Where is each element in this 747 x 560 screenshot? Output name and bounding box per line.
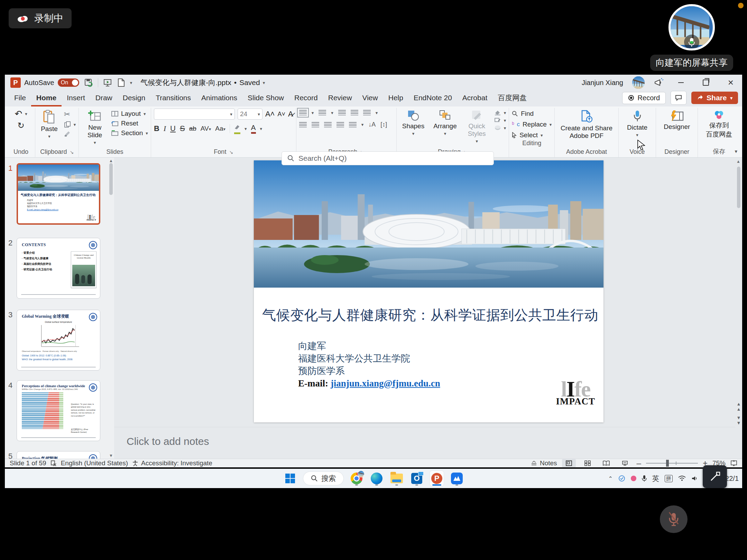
shape-effects-button[interactable]: ▾ [494, 125, 506, 131]
align-text-button[interactable]: [↕] [380, 121, 387, 128]
slideshow-view-button[interactable] [618, 459, 632, 467]
zoom-out-button[interactable]: – [637, 458, 641, 468]
bullets-button[interactable] [299, 110, 307, 115]
document-title[interactable]: 气候变化与人群健康-向.pptx • Saved ▾ [140, 78, 265, 87]
wifi-icon[interactable] [678, 476, 686, 481]
shape-fill-button[interactable]: ▾ [494, 110, 506, 115]
tab-file[interactable]: File [9, 91, 31, 106]
tab-home[interactable]: Home [31, 91, 62, 106]
select-button[interactable]: Select▾ [512, 131, 552, 139]
scrollbar-thumb[interactable] [109, 163, 113, 195]
scrollbar-thumb[interactable] [737, 167, 740, 208]
justify-button[interactable] [336, 122, 344, 128]
accessibility-button[interactable]: Accessibility: Investigate [132, 459, 212, 467]
format-painter-button[interactable] [64, 130, 76, 137]
font-dialog-launcher[interactable]: ↘ [229, 149, 233, 155]
save-icon[interactable] [84, 78, 93, 87]
ime-language-indicator[interactable]: 英 [652, 474, 659, 483]
replace-button[interactable]: ᵇc Replace▾ [512, 121, 552, 128]
tab-baidu-netdisk[interactable]: 百度网盘 [492, 91, 532, 106]
tab-animations[interactable]: Animations [196, 91, 242, 106]
new-file-icon[interactable] [117, 78, 125, 87]
zoom-mute-button[interactable] [660, 505, 688, 533]
notes-toggle-button[interactable]: Notes [531, 459, 557, 467]
user-avatar[interactable] [632, 76, 645, 89]
decrease-indent-button[interactable] [338, 110, 346, 115]
slide-sorter-view-button[interactable] [581, 459, 594, 467]
tab-design[interactable]: Design [118, 91, 150, 106]
reset-button[interactable]: Reset [111, 120, 148, 127]
columns-button[interactable] [349, 122, 357, 128]
font-size-combo[interactable]: 24▾ [238, 109, 262, 120]
taskbar-meeting-app[interactable] [450, 471, 464, 486]
speaker-icon[interactable] [691, 476, 698, 481]
copy-button[interactable]: ▾ [64, 121, 76, 128]
tab-review[interactable]: Review [323, 91, 357, 106]
tab-insert[interactable]: Insert [62, 91, 90, 106]
slide-thumbnail-1[interactable]: 气候变化与人群健康研究：从科学证据到公共卫生行动 向建军 福建医科大学公共卫生学… [17, 163, 100, 225]
find-button[interactable]: Find [512, 110, 552, 118]
taskbar-file-explorer[interactable] [390, 471, 404, 486]
taskbar-outlook[interactable]: O [410, 471, 424, 486]
undo-button[interactable]: ↶▾ [15, 109, 27, 119]
comments-button[interactable] [671, 91, 686, 105]
tab-view[interactable]: View [357, 91, 383, 106]
scroll-up-icon[interactable]: ▲ [109, 158, 113, 163]
collapse-ribbon-chevron[interactable]: ▾ [735, 148, 737, 155]
double-strike-button[interactable]: ab [189, 125, 196, 132]
arrange-button[interactable]: Arrange ▾ [431, 109, 460, 138]
taskbar-powerpoint[interactable]: P [430, 471, 444, 486]
coming-soon-megaphone-icon[interactable] [654, 78, 664, 87]
user-name[interactable]: Jianjun Xiang [582, 79, 623, 87]
minimize-button[interactable] [673, 76, 689, 90]
share-button[interactable]: Share ▾ [691, 92, 738, 104]
shape-outline-button[interactable]: ▾ [494, 118, 506, 123]
fit-slide-to-window-icon[interactable] [730, 460, 737, 466]
change-case-button[interactable]: Aa▾ [215, 125, 225, 132]
quick-styles-button[interactable]: Quick Styles ▾ [463, 109, 491, 146]
italic-button[interactable]: I [164, 124, 166, 133]
cut-button[interactable]: ✂ [64, 110, 76, 119]
slide-title-text[interactable]: 气候变化与人群健康研究：从科学证据到公共卫生行动 [262, 306, 598, 325]
line-spacing-button[interactable] [363, 110, 371, 115]
zoom-slider-thumb[interactable] [666, 460, 669, 467]
slide-author-block[interactable]: 向建军 福建医科大学公共卫生学院 预防医学系 E-mail: jianjun.x… [298, 340, 440, 390]
taskbar-search[interactable]: 搜索 [303, 472, 343, 485]
layout-button[interactable]: Layout▾ [111, 110, 148, 118]
align-right-button[interactable] [324, 122, 332, 128]
slide-thumbnail-4[interactable]: Perceptions of climate change worldwide … [17, 380, 100, 441]
spellcheck-button[interactable] [50, 460, 57, 466]
numbering-button[interactable] [319, 110, 326, 115]
slide-indicator[interactable]: Slide 1 of 59 [10, 459, 46, 467]
text-direction-button[interactable]: ↓A [368, 121, 376, 128]
autosave-control[interactable]: AutoSave On [24, 78, 79, 87]
taskbar-edge[interactable] [370, 471, 384, 486]
increase-font-button[interactable]: A˄ [265, 110, 275, 119]
tab-slide-show[interactable]: Slide Show [242, 91, 289, 106]
zoom-slider[interactable] [646, 463, 698, 464]
tab-help[interactable]: Help [383, 91, 408, 106]
font-color-button[interactable]: A [251, 123, 256, 134]
save-to-baidu-button[interactable]: 保存到 百度网盘 [703, 109, 735, 140]
previous-slide-button[interactable]: ▲▲ [736, 402, 741, 412]
search-box[interactable]: Search (Alt+Q) [282, 151, 494, 165]
slide-thumbnail-2[interactable]: CONTENTS · 背景介绍 · 气候变化与人群健康 · 高温社会疾病负担评估… [17, 238, 100, 299]
autosave-toggle[interactable]: On [58, 78, 79, 87]
restore-button[interactable] [698, 76, 714, 90]
clipboard-dialog-launcher[interactable]: ↘ [70, 149, 74, 155]
paste-button[interactable]: Paste ▾ [38, 109, 61, 141]
close-button[interactable]: × [723, 76, 739, 90]
ime-mode-indicator[interactable]: 拼 [665, 475, 673, 482]
highlight-color-button[interactable] [234, 123, 240, 134]
canvas-scrollbar[interactable]: ▲ ▲▲ ▼▼ [736, 159, 741, 426]
bold-button[interactable]: B [154, 124, 159, 133]
tab-endnote[interactable]: EndNote 20 [408, 91, 457, 106]
redo-button[interactable]: ↻ [18, 121, 25, 130]
start-slideshow-icon[interactable] [103, 78, 112, 87]
tab-acrobat[interactable]: Acrobat [457, 91, 492, 106]
start-button[interactable] [283, 471, 297, 486]
slide-editing-surface[interactable]: 气候变化与人群健康研究：从科学证据到公共卫生行动 向建军 福建医科大学公共卫生学… [254, 160, 603, 422]
tray-mic-icon[interactable] [642, 475, 647, 482]
clear-formatting-button[interactable]: A̷ [288, 110, 293, 119]
notes-pane[interactable]: Click to add notes [114, 427, 735, 459]
